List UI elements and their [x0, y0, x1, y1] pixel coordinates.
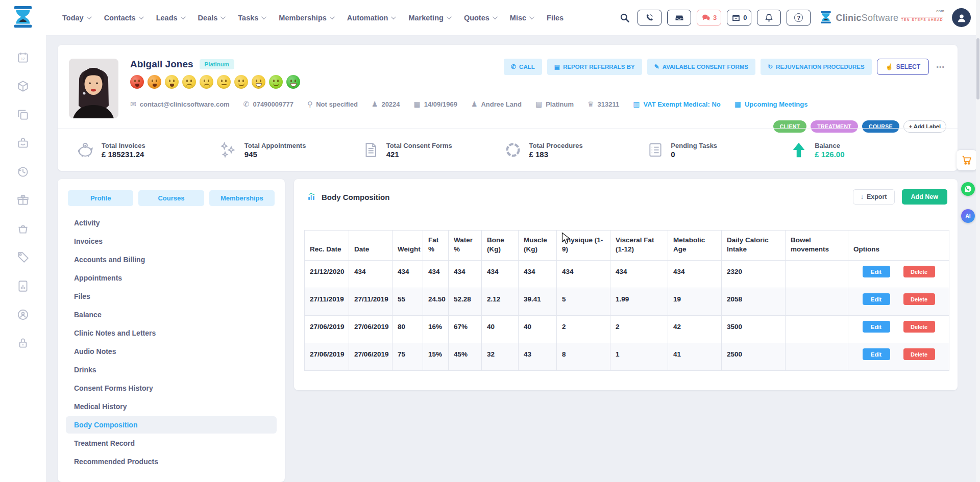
chat-count-badge: 3 — [713, 14, 717, 21]
search-icon[interactable] — [620, 13, 630, 23]
delete-button[interactable]: Delete — [903, 321, 935, 333]
nav-item[interactable]: Marketing — [408, 14, 450, 22]
lock-icon[interactable] — [16, 337, 30, 350]
dialer-button[interactable] — [638, 10, 662, 26]
mood-face-icon[interactable] — [130, 75, 144, 89]
cell-muscle: 39.41 — [519, 288, 557, 316]
basket-button[interactable]: 0 — [727, 10, 751, 26]
call-icon[interactable]: ✆ CALL — [504, 59, 542, 75]
cart-widget[interactable] — [957, 150, 977, 170]
contact-value: 14/09/1969 — [424, 100, 457, 108]
sidebar-menu-item[interactable]: Invoices — [66, 233, 277, 250]
chat-button[interactable]: 3 — [697, 10, 721, 26]
nav-item-label: Misc — [510, 14, 526, 22]
sidebar-tab[interactable]: Courses — [138, 190, 204, 206]
chevron-down-icon — [493, 14, 498, 19]
mood-face-icon[interactable] — [148, 75, 161, 89]
copy-icon[interactable] — [16, 108, 30, 121]
help-button[interactable]: ? — [787, 10, 811, 26]
mood-face-icon[interactable] — [217, 75, 231, 89]
case-icon[interactable] — [16, 137, 30, 150]
sidebar-menu-item[interactable]: Consent Forms History — [66, 379, 277, 397]
cell-rec-date: 21/12/2020 — [305, 261, 349, 288]
packages-icon[interactable] — [16, 80, 30, 93]
sidebar-tab[interactable]: Profile — [68, 190, 133, 206]
sidebar-menu-item[interactable]: Balance — [66, 306, 277, 323]
whatsapp-widget[interactable] — [961, 182, 975, 196]
nav-item[interactable]: Contacts — [104, 14, 142, 22]
consent-forms-icon[interactable]: ✎ AVAILABLE CONSENT FORMS — [647, 59, 755, 75]
nav-item-label: Today — [62, 14, 84, 22]
column-header: Water % — [449, 231, 482, 261]
add-new-button[interactable]: Add New — [902, 189, 947, 205]
inbox-icon — [675, 13, 684, 22]
client-id-icon: ♟ 20224 — [372, 100, 400, 108]
mood-face-icon[interactable] — [269, 75, 283, 89]
sidebar-menu-item[interactable]: Audio Notes — [66, 343, 277, 360]
edit-button[interactable]: Edit — [863, 348, 890, 360]
inbox-button[interactable] — [667, 10, 691, 26]
stat-pending-tasks: Pending Tasks0 — [647, 141, 790, 159]
nav-item[interactable]: Quotes — [464, 14, 496, 22]
mood-face-icon[interactable] — [182, 75, 196, 89]
edit-button[interactable]: Edit — [863, 321, 890, 333]
cell-muscle: 40 — [519, 316, 557, 343]
select-button[interactable]: ☝ SELECT — [877, 59, 929, 75]
mood-face-icon[interactable] — [286, 75, 300, 89]
delete-button[interactable]: Delete — [903, 293, 935, 305]
nav-item[interactable]: Tasks — [238, 14, 265, 22]
cart-icon[interactable] — [16, 222, 30, 236]
history-icon[interactable] — [16, 165, 30, 179]
report-chart-icon[interactable] — [16, 280, 30, 293]
report-icon[interactable]: ▤ REPORT REFERRALS BY — [547, 59, 642, 75]
sidebar-menu-item[interactable]: Recommended Products — [66, 453, 277, 470]
nav-item[interactable]: Automation — [347, 14, 395, 22]
sidebar-menu-item[interactable]: Medical History — [66, 398, 277, 415]
sidebar-menu-item[interactable]: Treatment Record — [66, 435, 277, 452]
sidebar-menu-item[interactable]: Accounts and Billing — [66, 251, 277, 268]
calendar-icon[interactable]: 12 — [16, 51, 30, 64]
sidebar-menu-item[interactable]: Clinic Notes and Letters — [66, 324, 277, 342]
notifications-button[interactable] — [757, 10, 781, 26]
nav-item[interactable]: Deals — [198, 14, 225, 22]
sidebar-tab[interactable]: Memberships — [209, 190, 275, 206]
delete-button[interactable]: Delete — [903, 266, 935, 277]
piggy-bank-icon — [76, 141, 94, 159]
mood-face-icon[interactable] — [252, 75, 265, 89]
sidebar-menu-item[interactable]: Body Composition — [66, 416, 277, 434]
column-header: Physique (1-9) — [557, 231, 610, 261]
nav-item[interactable]: Leads — [156, 14, 184, 22]
edit-button[interactable]: Edit — [863, 266, 890, 277]
edit-button[interactable]: Edit — [863, 293, 890, 305]
tag-icon[interactable] — [16, 251, 30, 264]
mood-face-icon[interactable] — [200, 75, 213, 89]
rejuvenation-icon[interactable]: ↻ REJUVENATION PROCEDURES — [761, 59, 872, 75]
cell-metabolic-age: 434 — [668, 261, 722, 288]
hourglass-logo-icon — [819, 10, 832, 26]
gift-icon[interactable] — [16, 194, 30, 207]
clinicsoftware-logo: ClinicSoftware.com TEN STEPS AHEAD — [819, 10, 943, 26]
export-button[interactable]: ↓ Export — [853, 189, 895, 205]
ai-assistant-widget[interactable]: AI — [961, 209, 975, 223]
nav-item[interactable]: Misc — [510, 14, 533, 22]
sidebar-menu-item[interactable]: Activity — [66, 214, 277, 232]
cell-date: 434 — [349, 261, 393, 288]
cell-weight: 55 — [393, 288, 423, 316]
sidebar-menu-item[interactable]: Files — [66, 288, 277, 305]
column-header: Daily Caloric Intake — [722, 231, 786, 261]
nav-item[interactable]: Memberships — [279, 14, 333, 22]
chevron-down-icon — [391, 14, 396, 19]
sidebar-menu-item[interactable]: Appointments — [66, 269, 277, 287]
app-logo[interactable] — [11, 5, 35, 31]
nav-item[interactable]: Today — [62, 14, 90, 22]
delete-button[interactable]: Delete — [903, 348, 935, 360]
chevron-down-icon — [529, 14, 534, 19]
support-icon[interactable] — [16, 308, 30, 321]
user-avatar[interactable] — [952, 8, 971, 27]
scrollbar-thumb[interactable] — [976, 38, 979, 99]
mood-face-icon[interactable] — [234, 75, 248, 89]
mood-face-icon[interactable] — [165, 75, 179, 89]
nav-item[interactable]: Files — [547, 14, 564, 22]
sidebar-menu-item[interactable]: Drinks — [66, 361, 277, 378]
more-options-button[interactable]: ⋯ — [934, 62, 947, 72]
